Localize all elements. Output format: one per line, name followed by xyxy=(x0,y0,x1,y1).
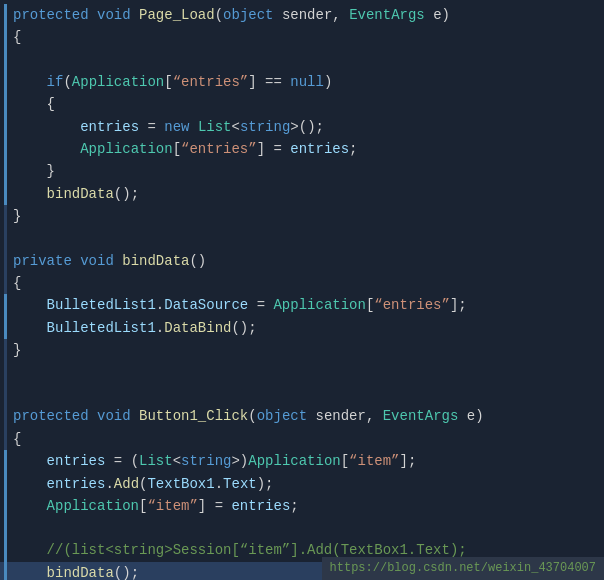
line-indicator xyxy=(4,26,7,48)
token: } xyxy=(47,163,55,179)
token: () xyxy=(189,253,206,269)
token xyxy=(13,96,47,112)
token xyxy=(89,408,97,424)
line-indicator xyxy=(4,4,7,26)
code-text: entries.Add(TextBox1.Text); xyxy=(13,473,600,495)
code-line xyxy=(0,361,604,383)
code-text: entries = new List<string>(); xyxy=(13,116,600,138)
token: sender, xyxy=(307,408,383,424)
token: { xyxy=(13,275,21,291)
line-indicator xyxy=(4,517,7,539)
token: ) xyxy=(324,74,332,90)
line-indicator xyxy=(4,205,7,227)
token: Application xyxy=(80,141,172,157)
line-indicator xyxy=(4,339,7,361)
code-line: { xyxy=(0,93,604,115)
token: protected xyxy=(13,408,89,424)
token xyxy=(89,7,97,23)
token: private xyxy=(13,253,72,269)
token: < xyxy=(231,119,239,135)
token: string xyxy=(181,453,231,469)
token: DataSource xyxy=(164,297,248,313)
token: ] = xyxy=(257,141,291,157)
token: TextBox1 xyxy=(147,476,214,492)
token: “entries” xyxy=(374,297,450,313)
code-line: } xyxy=(0,160,604,182)
token xyxy=(13,453,47,469)
code-line xyxy=(0,49,604,71)
code-text: BulletedList1.DataSource = Application[“… xyxy=(13,294,600,316)
code-line: protected void Button1_Click(object send… xyxy=(0,405,604,427)
url-bar: https://blog.csdn.net/weixin_43704007 xyxy=(322,557,604,580)
code-line: protected void Page_Load(object sender, … xyxy=(0,4,604,26)
code-text: } xyxy=(13,339,600,361)
line-indicator xyxy=(4,183,7,205)
token: EventArgs xyxy=(349,7,425,23)
line-indicator xyxy=(4,495,7,517)
token: Page_Load xyxy=(139,7,215,23)
code-text: if(Application[“entries”] == null) xyxy=(13,71,600,93)
code-text: protected void Button1_Click(object send… xyxy=(13,405,600,427)
token: ] = xyxy=(198,498,232,514)
line-indicator xyxy=(4,250,7,272)
token xyxy=(13,74,47,90)
token: bindData xyxy=(47,565,114,580)
token: ] == xyxy=(248,74,290,90)
token: bindData xyxy=(122,253,189,269)
token: List xyxy=(139,453,173,469)
code-line: { xyxy=(0,26,604,48)
token: ; xyxy=(349,141,357,157)
code-text: Application[“entries”] = entries; xyxy=(13,138,600,160)
code-text: Application[“item”] = entries; xyxy=(13,495,600,517)
line-indicator xyxy=(4,93,7,115)
token: = xyxy=(248,297,273,313)
code-line: { xyxy=(0,428,604,450)
token: null xyxy=(290,74,324,90)
token: . xyxy=(156,320,164,336)
code-line: Application[“item”] = entries; xyxy=(0,495,604,517)
line-indicator xyxy=(4,317,7,339)
token: (); xyxy=(114,186,139,202)
code-line: if(Application[“entries”] == null) xyxy=(0,71,604,93)
token xyxy=(13,498,47,514)
token: void xyxy=(97,408,131,424)
code-editor: protected void Page_Load(object sender, … xyxy=(0,0,604,580)
token: “item” xyxy=(147,498,197,514)
token: Text xyxy=(223,476,257,492)
token: sender, xyxy=(274,7,350,23)
token: ); xyxy=(307,119,324,135)
line-indicator xyxy=(4,562,7,580)
line-indicator xyxy=(4,539,7,561)
code-line: bindData(); xyxy=(0,183,604,205)
token xyxy=(13,186,47,202)
token: ( xyxy=(63,74,71,90)
line-indicator xyxy=(4,71,7,93)
token: Application xyxy=(273,297,365,313)
token: entries xyxy=(80,119,139,135)
token: entries xyxy=(47,476,106,492)
line-indicator xyxy=(4,405,7,427)
code-line: } xyxy=(0,205,604,227)
line-indicator xyxy=(4,228,7,250)
line-indicator xyxy=(4,428,7,450)
code-line: entries = (List<string>)Application[“ite… xyxy=(0,450,604,472)
line-indicator xyxy=(4,383,7,405)
code-text: { xyxy=(13,428,600,450)
token xyxy=(13,163,47,179)
code-line xyxy=(0,383,604,405)
token: “item” xyxy=(349,453,399,469)
token: if xyxy=(47,74,64,90)
line-indicator xyxy=(4,361,7,383)
token: >) xyxy=(231,453,248,469)
token xyxy=(189,119,197,135)
token xyxy=(72,253,80,269)
line-indicator xyxy=(4,294,7,316)
line-indicator xyxy=(4,450,7,472)
code-text: { xyxy=(13,26,600,48)
code-text: private void bindData() xyxy=(13,250,600,272)
token: . xyxy=(215,476,223,492)
code-line: Application[“entries”] = entries; xyxy=(0,138,604,160)
token: } xyxy=(13,342,21,358)
code-text: } xyxy=(13,205,600,227)
token: ; xyxy=(290,498,298,514)
